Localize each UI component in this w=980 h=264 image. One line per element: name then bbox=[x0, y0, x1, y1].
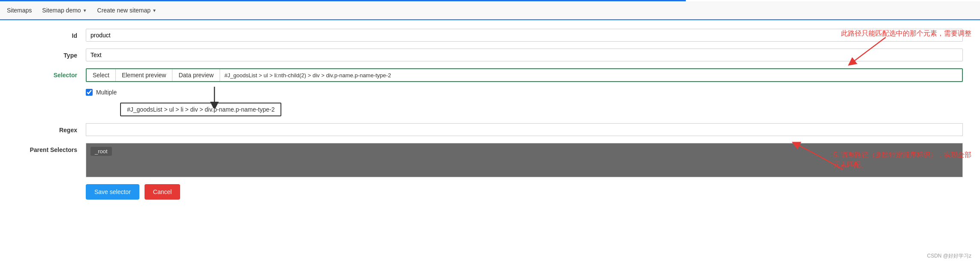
button-row: Save selector Cancel bbox=[17, 184, 963, 200]
multiple-row: Multiple bbox=[17, 89, 963, 96]
parent-selector-tag: _root bbox=[90, 147, 112, 156]
selector-input[interactable] bbox=[220, 70, 962, 81]
select-tab[interactable]: Select bbox=[87, 69, 116, 81]
nav-sitemaps[interactable]: Sitemaps bbox=[7, 7, 32, 14]
nav-sitemap-demo-label: Sitemap demo bbox=[42, 7, 81, 14]
id-label: Id bbox=[17, 29, 86, 39]
id-input[interactable] bbox=[86, 29, 963, 42]
corrected-selector-box: #J_goodsList > ul > li > div > div.p-nam… bbox=[120, 103, 281, 116]
main-content: Id Type Selector Select Element preview … bbox=[0, 20, 980, 208]
selector-label: Selector bbox=[17, 68, 86, 79]
selector-content: Select Element preview Data preview bbox=[86, 68, 963, 82]
regex-label: Regex bbox=[17, 123, 86, 134]
type-row: Type bbox=[17, 49, 963, 61]
chevron-down-icon-2: ▼ bbox=[152, 8, 157, 13]
selector-row: Selector Select Element preview Data pre… bbox=[17, 68, 963, 82]
id-content bbox=[86, 29, 963, 42]
navbar: Sitemaps Sitemap demo ▼ Create new sitem… bbox=[0, 1, 980, 20]
element-preview-tab[interactable]: Element preview bbox=[116, 69, 173, 81]
parent-selectors-label: Parent Selectors bbox=[17, 143, 86, 153]
selector-control: Select Element preview Data preview bbox=[86, 68, 963, 82]
regex-input[interactable] bbox=[86, 123, 963, 136]
multiple-checkbox[interactable] bbox=[86, 89, 93, 96]
nav-sitemap-demo[interactable]: Sitemap demo ▼ bbox=[42, 7, 87, 14]
save-selector-button[interactable]: Save selector bbox=[86, 184, 139, 200]
nav-create-sitemap[interactable]: Create new sitemap ▼ bbox=[97, 7, 157, 14]
regex-row: Regex bbox=[17, 123, 963, 136]
parent-selectors-row: Parent Selectors _root bbox=[17, 143, 963, 177]
parent-selectors-content: _root bbox=[86, 143, 963, 177]
id-row: Id bbox=[17, 29, 963, 42]
callout-area: #J_goodsList > ul > li > div > div.p-nam… bbox=[17, 103, 963, 116]
type-content bbox=[86, 49, 963, 61]
type-input[interactable] bbox=[86, 49, 963, 61]
data-preview-tab[interactable]: Data preview bbox=[172, 69, 220, 81]
parent-selectors-box[interactable]: _root bbox=[86, 143, 963, 177]
chevron-down-icon: ▼ bbox=[83, 8, 87, 13]
cancel-button[interactable]: Cancel bbox=[145, 184, 181, 200]
nav-create-sitemap-label: Create new sitemap bbox=[97, 7, 151, 14]
regex-content bbox=[86, 123, 963, 136]
multiple-label: Multiple bbox=[96, 89, 117, 96]
type-label: Type bbox=[17, 49, 86, 59]
corrected-selector-text: #J_goodsList > ul > li > div > div.p-nam… bbox=[127, 106, 274, 113]
